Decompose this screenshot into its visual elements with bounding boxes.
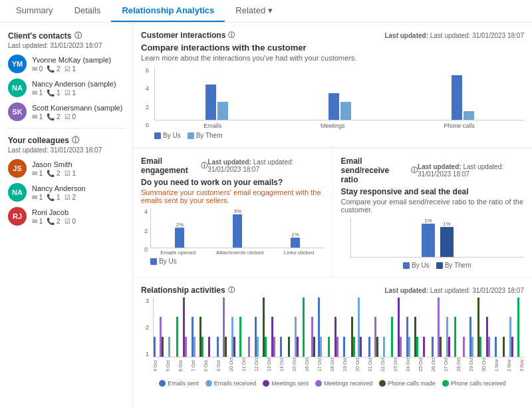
activity-bar [265,337,267,357]
avatar: SK [8,102,27,121]
contact-stats: ✉ 0 📞 2 ☑ 1 [32,65,124,73]
activity-bar [360,337,362,357]
activity-bar [280,337,282,357]
contact-name: Nancy Anderson [32,184,124,192]
activity-group [255,298,267,357]
contact-stats: ✉ 1 📞 2 ☑ 0 [32,218,124,225]
contact-name: Yvonne McKay (sample) [32,56,124,64]
bar-emails-bythem [217,102,228,120]
activity-group [482,317,494,357]
info-icon[interactable]: ⓘ [201,161,207,170]
activity-group [204,337,216,357]
activity-bar [154,337,156,357]
send-receive-desc: Compare your email send/receive ratio to… [341,198,525,214]
activity-bar [336,337,338,357]
activity-group [368,317,380,357]
contact-item-na[interactable]: NA Nancy Anderson (sample) ✉ 1 📞 1 ☑ 1 [8,79,124,97]
activity-group [280,337,292,357]
avatar: NA [8,79,27,97]
activity-bar [201,337,203,357]
last-updated: Last updated: Last updated: 31/01/2023 1… [418,163,524,178]
x-labels: Emails opened Attachments clicked Links … [150,250,325,256]
bar-emails-byus [205,85,216,120]
bar-phonecalls-byus [452,75,462,120]
legend-bythem: By Them [188,132,223,139]
activity-bar [176,317,178,357]
activity-bar [248,337,250,357]
last-updated: Last updated: Last updated: 31/01/2023 1… [384,32,524,39]
avatar: JS [8,159,27,178]
email-engagement-subtitle: Do you need to work on your emails? [141,178,325,187]
bar-phonecalls-bythem [464,111,474,120]
x-axis-labels: 4 Oct5 Oct6 Oct7 Oct8 Oct9 Oct10 Oct11 O… [153,358,524,371]
bar-attachments: 3% [211,208,264,248]
activity-group [495,337,507,357]
activity-group [192,317,203,357]
info-icon[interactable]: ⓘ [228,286,235,295]
info-icon[interactable]: ⓘ [72,135,79,145]
activity-bar [383,337,385,357]
activity-group [305,317,317,357]
activity-group [179,298,191,357]
activity-bar [273,337,275,357]
contact-item-sk[interactable]: SK Scott Konersmann (sample) ✉ 1 📞 2 ☑ 0 [8,102,124,121]
customer-interactions-chart: 6 4 2 0 [141,67,524,139]
email-send-receive-title: Email send/receive ratio [341,156,409,184]
activity-bar [239,317,241,357]
tab-relationship-analytics[interactable]: Relationship Analytics [111,0,225,22]
contact-item-js[interactable]: JS Jason Smith ✉ 1 📞 2 ☑ 1 [8,159,124,178]
activity-group [419,337,431,357]
activity-bar [297,337,299,357]
tab-related[interactable]: Related ▾ [225,0,283,22]
contact-name: Roni Jacob [32,208,124,216]
legend-byus: By Us [150,258,177,265]
email-bar-chart: 2% 3% 1% [150,208,325,248]
send-receive-chart: 1% 1% By Us [341,218,525,269]
contact-name: Scott Konersmann (sample) [32,104,124,112]
activity-bar [376,337,378,357]
client-contacts-last-updated: Last updated: 31/01/2023 18:07 [8,42,124,49]
legend-color-bythem [188,132,194,139]
tab-summary[interactable]: Summary [5,0,64,22]
content-area: Customer interactions ⓘ Last updated: La… [133,23,532,408]
card-subtitle: Compare interactions with the customer [141,43,524,53]
chevron-down-icon: ▾ [268,5,273,15]
bar-bythem: 1% [440,221,454,257]
activity-bar [400,337,402,357]
activity-bar [353,337,355,357]
activity-bar [168,337,170,357]
email-send-receive-card: Email send/receive ratio ⓘ Last updated:… [333,148,533,277]
activity-group [331,317,342,357]
activities-bars [153,298,524,357]
contact-name: Jason Smith [32,160,124,168]
activity-bar [495,337,497,357]
activity-group [394,298,406,357]
activity-bar [288,337,290,357]
contact-item-ym[interactable]: YM Yvonne McKay (sample) ✉ 0 📞 2 ☑ 1 [8,55,124,73]
relationship-activities-card: Relationship activities ⓘ Last updated: … [133,278,532,408]
info-icon[interactable]: ⓘ [74,31,82,41]
contact-item-na2[interactable]: NA Nancy Anderson ✉ 1 📞 1 ☑ 2 [8,183,124,202]
email-engagement-desc: Summarize your customers' email engageme… [141,188,325,204]
activity-bar [503,337,505,357]
email-engagement-title: Email engagement [141,156,198,175]
tab-details[interactable]: Details [64,0,112,22]
activity-group [229,317,241,357]
info-icon[interactable]: ⓘ [411,166,418,175]
send-receive-bar-chart: 1% 1% [350,218,525,258]
activity-group [469,298,481,357]
bar-chart [154,67,524,120]
bar-byus: 1% [422,218,435,257]
contact-item-rj[interactable]: RJ Roni Jacob ✉ 1 📞 2 ☑ 0 [8,207,124,226]
bar-links: 1% [269,232,322,248]
info-icon[interactable]: ⓘ [228,31,235,40]
avatar: RJ [8,207,27,226]
bar-meetings-bythem [340,102,351,120]
activity-group [242,337,254,357]
activity-bar [233,337,235,357]
activity-group [343,317,355,357]
activities-chart-area: 3 2 1 4 Oct5 Oct6 Oct7 Oct8 Oct9 Oct10 O… [141,298,524,377]
contact-stats: ✉ 1 📞 1 ☑ 2 [32,194,124,201]
send-receive-subtitle: Stay responsive and seal the deal [341,187,525,196]
activity-bar [391,317,393,357]
